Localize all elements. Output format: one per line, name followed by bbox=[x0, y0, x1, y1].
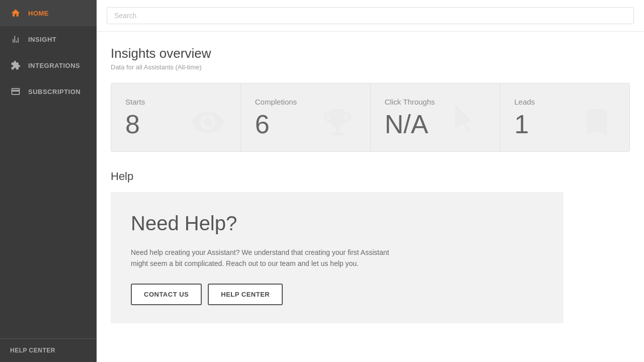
sidebar-item-label: SUBSCRIPTION bbox=[28, 88, 80, 96]
page-content: Insights overview Data for all Assistant… bbox=[97, 32, 644, 362]
metric-card-starts: Starts 8 bbox=[111, 83, 241, 151]
help-center-link[interactable]: HELP CENTER bbox=[0, 338, 97, 362]
help-section-title: Help bbox=[111, 170, 630, 183]
help-card: Need Help? Need help creating your Assis… bbox=[111, 192, 564, 323]
metric-card-click-throughs: Click Throughs N/A bbox=[371, 83, 501, 151]
sidebar-item-integrations[interactable]: INTEGRATIONS bbox=[0, 52, 97, 78]
bookmark-icon bbox=[574, 105, 619, 146]
sidebar-item-subscription[interactable]: SUBSCRIPTION bbox=[0, 78, 97, 105]
trophy-icon bbox=[315, 105, 360, 146]
insights-subtitle: Data for all Assistants (All-time) bbox=[111, 63, 630, 71]
sidebar-item-home[interactable]: HOME bbox=[0, 0, 97, 26]
help-card-heading: Need Help? bbox=[131, 212, 543, 235]
metric-card-leads: Leads 1 bbox=[500, 83, 629, 151]
search-input[interactable] bbox=[107, 7, 634, 24]
contact-us-button[interactable]: CONTACT US bbox=[131, 284, 202, 305]
help-buttons: CONTACT US HELP CENTER bbox=[131, 284, 543, 305]
main-content: Insights overview Data for all Assistant… bbox=[97, 0, 644, 362]
sidebar-item-label: INTEGRATIONS bbox=[28, 62, 80, 69]
puzzle-icon bbox=[10, 60, 21, 70]
sidebar: HOME INSIGHT INTEGRATIONS SUBSCRIPTION H… bbox=[0, 0, 97, 362]
chart-icon bbox=[10, 34, 21, 44]
metric-card-completions: Completions 6 bbox=[241, 83, 371, 151]
cursor-icon bbox=[444, 105, 490, 146]
help-card-description: Need help creating your Assistant? We un… bbox=[131, 247, 392, 269]
home-icon bbox=[10, 8, 21, 18]
help-center-label: HELP CENTER bbox=[10, 347, 55, 354]
insights-title: Insights overview bbox=[111, 46, 630, 61]
metrics-row: Starts 8 Completions 6 bbox=[111, 83, 630, 152]
search-bar bbox=[97, 0, 644, 32]
sidebar-item-label: INSIGHT bbox=[28, 36, 56, 43]
eye-icon bbox=[185, 105, 230, 146]
sidebar-item-label: HOME bbox=[28, 10, 49, 17]
card-icon bbox=[10, 86, 21, 97]
sidebar-item-insight[interactable]: INSIGHT bbox=[0, 26, 97, 52]
help-center-button[interactable]: HELP CENTER bbox=[208, 284, 283, 305]
